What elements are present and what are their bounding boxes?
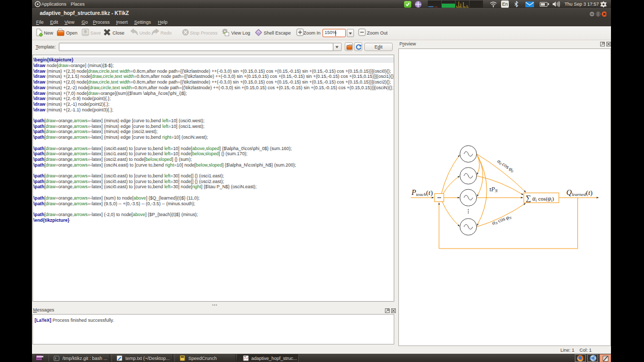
svg-text:Qlearned(t): Qlearned(t) xyxy=(567,188,593,197)
svg-text:Pteach(t): Pteach(t) xyxy=(411,188,433,197)
svg-text:∑αicos(φi): ∑αicos(φi) xyxy=(526,194,554,203)
svg-text:α0cosφ0: α0cosφ0 xyxy=(496,158,516,174)
svg-text:αNcosφN: αNcosφN xyxy=(491,213,512,227)
svg-text:τPN: τPN xyxy=(489,186,498,193)
